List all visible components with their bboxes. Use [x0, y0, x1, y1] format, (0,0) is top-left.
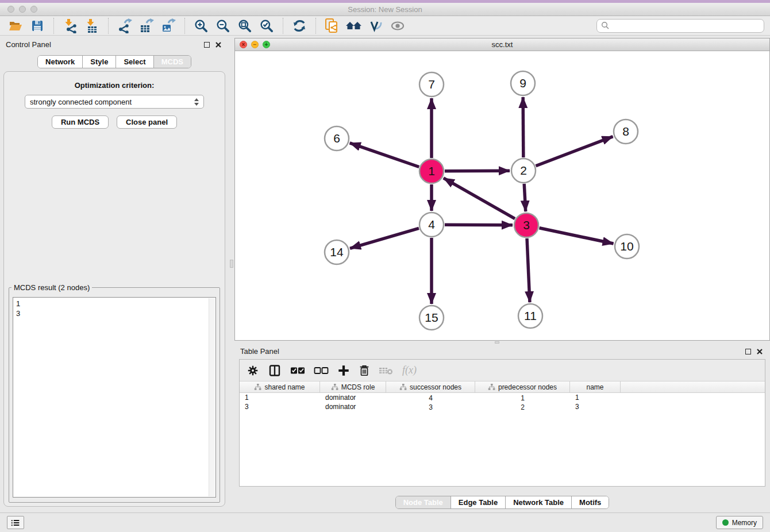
network-overview-button[interactable]: [322, 17, 342, 34]
import-network-button[interactable]: [60, 17, 80, 34]
graph-node-7[interactable]: 7: [419, 72, 444, 97]
criterion-value: strongly connected component: [30, 98, 132, 106]
show-hide-button[interactable]: [388, 17, 407, 34]
network-graph[interactable]: 7968124314101511: [235, 51, 769, 340]
function-builder-button[interactable]: f(x): [402, 364, 417, 376]
tab-network-table[interactable]: Network Table: [505, 496, 571, 508]
float-panel-icon[interactable]: [745, 349, 751, 354]
export-image-icon: [161, 18, 176, 33]
table-settings-button[interactable]: [247, 364, 259, 377]
fx-icon: f(x): [402, 364, 417, 376]
zoom-in-button[interactable]: [191, 17, 211, 34]
table-cell[interactable]: 1: [240, 393, 320, 402]
memory-button[interactable]: Memory: [716, 516, 763, 529]
table-body: 1dominator4113dominator323: [240, 393, 765, 411]
graph-node-8[interactable]: 8: [614, 119, 638, 144]
tab-network[interactable]: Network: [38, 56, 82, 68]
close-panel-button[interactable]: Close panel: [117, 115, 177, 129]
graph-edge-4-14[interactable]: [350, 228, 419, 248]
save-session-button[interactable]: [28, 17, 47, 34]
select-all-columns-button[interactable]: [290, 366, 305, 375]
column-header-name[interactable]: name: [570, 381, 621, 392]
export-table-button[interactable]: [137, 17, 156, 34]
result-scrollbar[interactable]: [209, 298, 215, 496]
graph-edge-4-3[interactable]: [445, 225, 513, 225]
column-header-predecessor-nodes[interactable]: predecessor nodes: [475, 381, 570, 392]
tab-mcds[interactable]: MCDS: [153, 56, 191, 68]
tab-edge-table[interactable]: Edge Table: [451, 496, 505, 508]
graph-edge-2-8[interactable]: [536, 137, 613, 166]
zoom-window-button[interactable]: [30, 6, 37, 13]
show-column-panel-button[interactable]: [268, 364, 282, 377]
graph-node-2[interactable]: 2: [511, 159, 536, 183]
splitter-grip[interactable]: [495, 341, 499, 344]
create-column-button[interactable]: [337, 364, 350, 377]
network-canvas[interactable]: 7968124314101511: [235, 51, 769, 340]
export-image-button[interactable]: [159, 17, 178, 34]
graph-node-9[interactable]: 9: [511, 71, 535, 95]
network-minimize-button[interactable]: −: [251, 41, 259, 48]
column-header-MCDS-role[interactable]: MCDS role: [320, 381, 386, 392]
graph-edge-3-11[interactable]: [527, 238, 530, 302]
graph-edge-1-2[interactable]: [445, 171, 510, 171]
zoom-fit-button[interactable]: [235, 17, 255, 34]
optimization-criterion-select[interactable]: strongly connected component: [25, 95, 204, 109]
close-panel-icon[interactable]: [756, 348, 763, 355]
run-mcds-button[interactable]: Run MCDS: [52, 115, 109, 129]
tab-motifs[interactable]: Motifs: [571, 496, 609, 508]
attribute-type-icon: [488, 384, 495, 391]
refresh-button[interactable]: [290, 17, 309, 34]
minimize-window-button[interactable]: [19, 6, 26, 13]
close-panel-icon[interactable]: [215, 41, 222, 48]
network-close-button[interactable]: ×: [240, 41, 247, 48]
table-cell[interactable]: 3: [386, 402, 475, 411]
delete-table-button[interactable]: [379, 365, 394, 376]
style-vizmap-icon: [368, 19, 383, 33]
tab-style[interactable]: Style: [82, 56, 116, 68]
open-session-button[interactable]: [6, 17, 25, 34]
graph-node-6[interactable]: 6: [325, 126, 349, 151]
table-cell[interactable]: 2: [475, 402, 570, 411]
memory-label: Memory: [732, 519, 757, 527]
table-cell[interactable]: 3: [240, 402, 320, 411]
vertical-splitter[interactable]: [229, 36, 234, 512]
table-cell[interactable]: dominator: [320, 402, 386, 411]
export-network-button[interactable]: [115, 17, 134, 34]
import-table-button[interactable]: [82, 17, 102, 34]
network-zoom-button[interactable]: +: [263, 41, 270, 48]
table-cell[interactable]: 3: [570, 402, 621, 411]
close-window-button[interactable]: [7, 6, 14, 13]
graph-edge-2-3[interactable]: [524, 184, 526, 211]
column-header-successor-nodes[interactable]: successor nodes: [386, 381, 475, 392]
table-cell[interactable]: 1: [475, 393, 570, 402]
delete-column-button[interactable]: [359, 364, 370, 377]
graph-node-10[interactable]: 10: [615, 234, 639, 259]
apply-style-button[interactable]: [366, 17, 386, 34]
graph-node-3[interactable]: 3: [514, 213, 538, 237]
unselect-all-columns-button[interactable]: [314, 366, 329, 375]
graph-edge-3-10[interactable]: [540, 228, 614, 244]
column-header-shared-name[interactable]: shared name: [240, 381, 320, 392]
table-cell[interactable]: 4: [386, 393, 475, 402]
graph-edge-1-6[interactable]: [350, 143, 419, 167]
home-button[interactable]: [344, 17, 364, 34]
mcds-result-text[interactable]: 1 3: [13, 297, 216, 498]
float-panel-icon[interactable]: [204, 42, 210, 48]
graph-node-15[interactable]: 15: [419, 306, 444, 330]
show-panels-button[interactable]: [7, 516, 24, 529]
search-input[interactable]: [613, 21, 760, 30]
tab-select[interactable]: Select: [116, 56, 153, 68]
graph-node-1[interactable]: 1: [419, 159, 444, 183]
table-cell[interactable]: 1: [570, 393, 621, 402]
table-cell[interactable]: dominator: [320, 393, 386, 402]
graph-node-4[interactable]: 4: [419, 213, 444, 237]
graph-edge-3-1[interactable]: [444, 178, 515, 219]
node-label: 6: [333, 132, 340, 145]
graph-node-14[interactable]: 14: [325, 240, 349, 264]
zoom-selected-button[interactable]: [257, 17, 276, 34]
splitter-grip[interactable]: [230, 260, 233, 268]
graph-edge-2-9[interactable]: [523, 97, 523, 157]
tab-node-table[interactable]: Node Table: [396, 496, 451, 508]
graph-node-11[interactable]: 11: [518, 304, 542, 328]
zoom-out-button[interactable]: [213, 17, 233, 34]
